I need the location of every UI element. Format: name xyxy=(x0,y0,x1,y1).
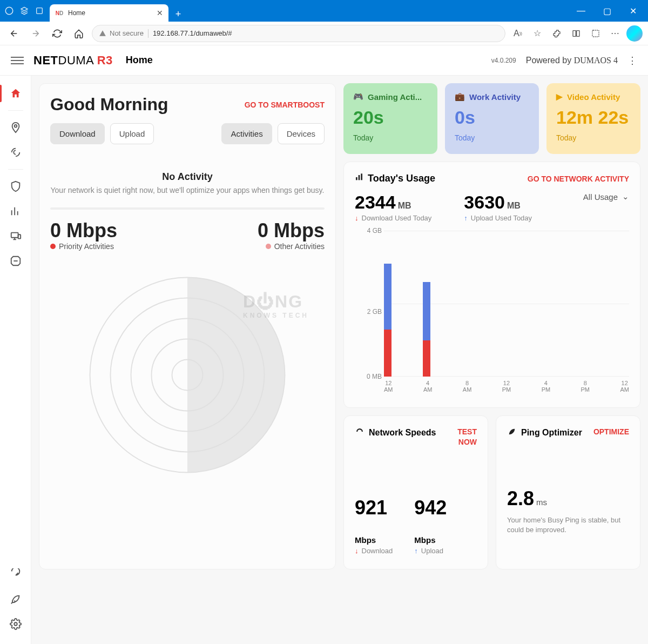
toggle-devices[interactable]: Devices xyxy=(278,123,325,144)
tab-strip: ND Home ✕ + xyxy=(50,0,570,22)
chart-bar xyxy=(578,231,586,377)
work-tile[interactable]: 💼Work Activity 0s Today xyxy=(445,83,539,154)
sidebar-item-devices[interactable] xyxy=(4,225,27,247)
chart-bar xyxy=(384,231,392,377)
svg-point-10 xyxy=(14,622,17,626)
back-button[interactable] xyxy=(5,25,23,42)
arrow-down-icon: ↓ xyxy=(355,547,359,555)
svg-rect-18 xyxy=(356,177,357,180)
greeting-title: Good Morning xyxy=(50,95,168,115)
brand-logo: NETDUMA R3 xyxy=(33,53,113,68)
svg-rect-4 xyxy=(592,30,599,37)
home-button[interactable] xyxy=(70,25,87,42)
more-icon[interactable]: ⋯ xyxy=(607,25,623,42)
x-tick: 4AM xyxy=(423,380,433,393)
sidebar-item-rocket[interactable] xyxy=(4,588,27,611)
copilot-icon[interactable] xyxy=(626,25,643,42)
upload-speed: 942 Mbps ↑Upload xyxy=(414,497,447,555)
favorite-icon[interactable]: ☆ xyxy=(529,25,545,42)
sidebar-item-adblock[interactable] xyxy=(4,250,27,272)
divider xyxy=(50,207,325,210)
tab-actions-icon[interactable] xyxy=(35,6,44,16)
new-tab-button[interactable]: + xyxy=(171,6,186,22)
video-tile[interactable]: ▶Video Activity 12m 22s Today xyxy=(546,83,640,154)
download-stat: 2344MB ↓Download Used Today xyxy=(355,192,431,222)
usage-filter-dropdown[interactable]: All Usage⌄ xyxy=(583,192,629,202)
read-aloud-icon[interactable]: A)) xyxy=(510,25,526,42)
sidebar-item-home[interactable] xyxy=(4,82,27,105)
minimize-button[interactable]: — xyxy=(570,3,592,19)
gamepad-icon: 🎮 xyxy=(353,92,363,102)
close-tab-icon[interactable]: ✕ xyxy=(157,9,163,17)
optimize-link[interactable]: OPTIMIZE xyxy=(593,427,629,438)
chart-bar xyxy=(423,231,430,377)
no-activity-title: No Activity xyxy=(50,171,325,183)
security-indicator[interactable]: Not secure xyxy=(99,29,144,37)
gauge-icon xyxy=(355,427,364,439)
no-activity-desc: Your network is quiet right now, but we'… xyxy=(50,186,325,194)
app-icon xyxy=(4,6,14,16)
extensions-icon[interactable] xyxy=(549,25,565,42)
x-tick: 8PM xyxy=(581,380,590,393)
network-activity-link[interactable]: GO TO NETWORK ACTIVITY xyxy=(528,175,629,183)
app-header: NETDUMA R3 Home v4.0.209 Powered by DUMA… xyxy=(0,45,648,76)
toggle-download[interactable]: Download xyxy=(50,123,105,144)
browser-tab[interactable]: ND Home ✕ xyxy=(50,4,168,22)
usage-chart: 4 GB 2 GB 0 MB 12AM4AM8AM12PM4PM8PM12AM xyxy=(355,231,629,393)
overflow-menu-icon[interactable]: ⋮ xyxy=(627,55,637,66)
forward-button[interactable] xyxy=(27,25,44,42)
chart-bar xyxy=(539,231,547,377)
priority-dot-icon xyxy=(50,244,56,249)
toggle-upload[interactable]: Upload xyxy=(110,123,154,144)
arrow-up-icon: ↑ xyxy=(464,214,468,222)
svg-rect-19 xyxy=(359,175,360,180)
page-title: Home xyxy=(126,55,153,66)
smartboost-link[interactable]: GO TO SMARTBOOST xyxy=(245,100,325,109)
sidebar-item-speedtest[interactable] xyxy=(4,563,27,586)
maximize-button[interactable]: ▢ xyxy=(596,3,618,19)
svg-rect-2 xyxy=(573,30,576,36)
sidebar-item-settings[interactable] xyxy=(4,613,27,635)
upload-stat: 3630MB ↑Upload Used Today xyxy=(464,192,532,222)
chart-bar xyxy=(617,231,625,377)
rocket-icon xyxy=(507,427,517,439)
x-tick: 12AM xyxy=(620,380,629,393)
download-speed: 921 Mbps ↓Download xyxy=(355,497,393,555)
tab-title: Home xyxy=(68,9,85,17)
priority-speed: 0 Mbps Priority Activities xyxy=(50,219,117,251)
svg-rect-1 xyxy=(37,8,43,14)
hamburger-menu[interactable] xyxy=(11,57,24,64)
workspaces-icon[interactable] xyxy=(19,6,29,16)
sidebar-item-shield[interactable] xyxy=(4,175,27,198)
bars-icon xyxy=(355,173,363,184)
chart-bar xyxy=(501,231,508,377)
svg-rect-6 xyxy=(11,233,18,238)
screenshot-icon[interactable] xyxy=(588,25,604,42)
x-tick: 12AM xyxy=(384,380,393,393)
url-bar[interactable]: Not secure 192.168.77.1/dumaweb/# xyxy=(92,25,505,42)
svg-rect-7 xyxy=(18,234,21,238)
x-tick: 4PM xyxy=(542,380,551,393)
gaming-tile[interactable]: 🎮Gaming Acti... 20s Today xyxy=(343,83,437,154)
video-icon: ▶ xyxy=(556,92,563,102)
no-activity-block: No Activity Your network is quiet right … xyxy=(50,171,325,194)
toggle-activities[interactable]: Activities xyxy=(221,123,272,144)
favicon: ND xyxy=(55,9,64,17)
close-window-button[interactable]: ✕ xyxy=(622,3,644,19)
test-now-link[interactable]: TEST NOW xyxy=(450,427,477,448)
split-screen-icon[interactable] xyxy=(568,25,584,42)
window-titlebar: ND Home ✕ + — ▢ ✕ xyxy=(0,0,648,22)
activity-tiles: 🎮Gaming Acti... 20s Today 💼Work Activity… xyxy=(343,83,640,154)
svg-rect-3 xyxy=(577,30,579,36)
sidebar-item-charts[interactable] xyxy=(4,200,27,223)
refresh-button[interactable] xyxy=(49,25,66,42)
arrow-down-icon: ↓ xyxy=(355,214,359,222)
sidebar-item-smartboost[interactable] xyxy=(4,141,27,164)
sidebar-item-geofilter[interactable] xyxy=(4,116,27,139)
browser-toolbar: Not secure 192.168.77.1/dumaweb/# A)) ☆ … xyxy=(0,22,648,45)
ping-optimizer-card: Ping Optimizer OPTIMIZE 2.8ms Your home'… xyxy=(496,415,640,569)
svg-point-0 xyxy=(5,7,13,15)
usage-card: Today's Usage GO TO NETWORK ACTIVITY 234… xyxy=(343,162,640,407)
other-speed: 0 Mbps Other Activities xyxy=(258,219,325,251)
sidebar xyxy=(0,76,31,644)
